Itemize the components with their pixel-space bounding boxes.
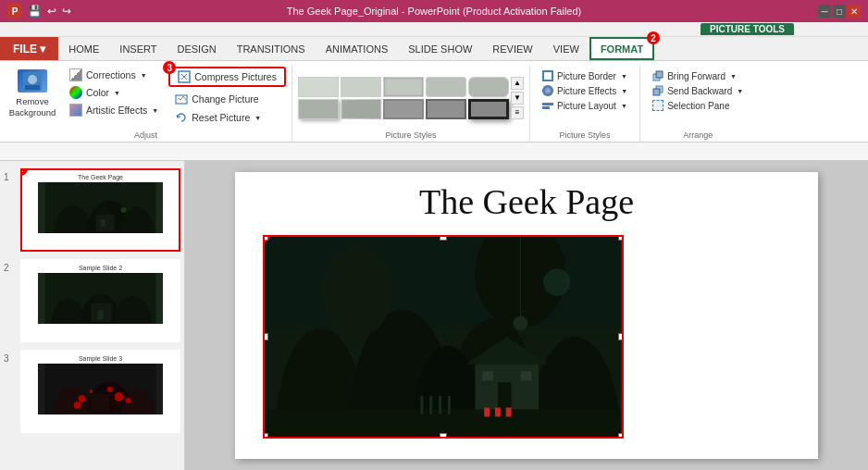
picture-border-button[interactable]: Picture Border ▼ bbox=[538, 68, 632, 83]
remove-bg-label: Remove Background bbox=[9, 96, 56, 118]
svg-point-30 bbox=[115, 392, 124, 402]
slide1-thumb-svg bbox=[38, 182, 163, 233]
picture-layout-button[interactable]: Picture Layout ▼ bbox=[538, 98, 632, 113]
menu-transitions[interactable]: TRANSITIONS bbox=[227, 37, 316, 60]
slide-preview-1[interactable]: 1 The Geek Page bbox=[20, 168, 180, 252]
menu-format[interactable]: FORMAT 2 bbox=[589, 37, 654, 60]
compress-icon bbox=[178, 70, 191, 83]
slide-main-title: The Geek Page bbox=[235, 181, 818, 222]
slide-number-2: 2 bbox=[4, 263, 15, 273]
menu-slideshow[interactable]: SLIDE SHOW bbox=[398, 37, 482, 60]
change-picture-button[interactable]: Change Picture bbox=[168, 91, 286, 107]
slide-preview-2[interactable]: Sample Slide 2 bbox=[20, 259, 180, 342]
close-button[interactable]: ✕ bbox=[848, 5, 861, 18]
svg-rect-6 bbox=[656, 71, 663, 78]
handle-bot-right[interactable] bbox=[618, 433, 624, 439]
handle-top-left[interactable] bbox=[263, 235, 268, 241]
bring-forward-button[interactable]: Bring Forward ▼ bbox=[648, 68, 748, 83]
border-arrow: ▼ bbox=[621, 73, 627, 80]
gallery-scroll-down[interactable]: ▼ bbox=[511, 92, 524, 105]
svg-rect-55 bbox=[448, 396, 451, 414]
slide-thumbnail-2[interactable]: 2 Sample Slide 2 bbox=[4, 259, 180, 342]
adjust-small-buttons: Corrections ▼ Color ▼ Artistic Effects ▼ bbox=[63, 65, 165, 133]
arrange-group: Bring Forward ▼ Send Backward ▼ Selectio… bbox=[640, 65, 755, 142]
style-thumb-6[interactable] bbox=[298, 99, 339, 119]
handle-bot-center[interactable] bbox=[440, 433, 447, 439]
quick-save-icon[interactable]: 💾 ↩ ↪ bbox=[28, 5, 71, 18]
handle-mid-left[interactable] bbox=[263, 333, 268, 340]
style-thumb-9[interactable] bbox=[426, 99, 466, 119]
effects-arrow: ▼ bbox=[621, 88, 627, 94]
artistic-icon bbox=[69, 104, 82, 117]
main-content: 1 1 The Geek Page bbox=[0, 161, 868, 470]
style-thumb-2[interactable] bbox=[341, 77, 381, 97]
style-thumb-7[interactable] bbox=[341, 98, 381, 118]
slide-preview-3[interactable]: Sample Slide 3 bbox=[20, 350, 180, 433]
style-thumbs-grid bbox=[298, 77, 509, 119]
style-thumb-4[interactable] bbox=[426, 77, 466, 97]
menu-file[interactable]: FILE ▾ bbox=[0, 37, 58, 60]
effects-icon bbox=[542, 85, 553, 96]
slide2-thumb-svg bbox=[38, 273, 163, 324]
send-svg bbox=[652, 85, 663, 96]
picture-styles-group: ▲ ▼ ≡ Picture Styles bbox=[292, 65, 530, 142]
menu-animations[interactable]: ANIMATIONS bbox=[316, 37, 399, 60]
menu-view[interactable]: VIEW bbox=[543, 37, 589, 60]
picture-format-group: Picture Border ▼ Picture Effects ▼ Pictu… bbox=[530, 65, 640, 142]
picture-effects-button[interactable]: Picture Effects ▼ bbox=[538, 83, 632, 98]
selection-icon bbox=[652, 100, 663, 111]
remove-background-button[interactable]: Remove Background bbox=[6, 65, 59, 122]
menu-home[interactable]: HOME bbox=[58, 37, 109, 60]
menu-insert[interactable]: INSERT bbox=[109, 37, 167, 60]
style-thumb-1[interactable] bbox=[298, 77, 339, 97]
style-thumb-8[interactable] bbox=[383, 99, 424, 119]
selection-pane-button[interactable]: Selection Pane bbox=[648, 98, 748, 113]
slides-panel: 1 1 The Geek Page bbox=[0, 161, 185, 470]
gallery-scroll-up[interactable]: ▲ bbox=[511, 77, 524, 90]
maximize-button[interactable]: □ bbox=[833, 5, 846, 18]
slide-canvas-area: The Geek Page 1 bbox=[185, 161, 868, 470]
reset-picture-button[interactable]: Reset Picture ▼ bbox=[168, 109, 286, 126]
title-bar: P 💾 ↩ ↪ The Geek Page_Original - PowerPo… bbox=[0, 0, 868, 22]
picture-format-label: Picture Styles bbox=[530, 130, 639, 140]
reset-icon bbox=[175, 111, 188, 124]
compress-pictures-button[interactable]: Compress Pictures 3 bbox=[168, 67, 286, 87]
menu-design[interactable]: DESIGN bbox=[167, 37, 226, 60]
slide-thumbnail-1[interactable]: 1 1 The Geek Page bbox=[4, 168, 180, 252]
svg-rect-56 bbox=[484, 408, 490, 417]
artistic-effects-button[interactable]: Artistic Effects ▼ bbox=[63, 102, 165, 118]
style-thumb-10-selected[interactable] bbox=[468, 99, 509, 119]
selected-picture[interactable]: 1 bbox=[263, 235, 624, 439]
minimize-button[interactable]: ─ bbox=[818, 5, 831, 18]
handle-mid-right[interactable] bbox=[618, 333, 624, 340]
change-picture-label: Change Picture bbox=[192, 93, 258, 105]
style-thumb-3[interactable] bbox=[383, 77, 424, 97]
svg-rect-35 bbox=[92, 394, 110, 411]
slide1-badge: 1 bbox=[20, 168, 28, 176]
svg-point-28 bbox=[79, 395, 86, 402]
style-thumb-5[interactable] bbox=[468, 77, 509, 97]
handle-bot-left[interactable] bbox=[263, 433, 268, 439]
reset-arrow: ▼ bbox=[254, 115, 261, 121]
handle-top-right[interactable] bbox=[618, 235, 624, 241]
corrections-button[interactable]: Corrections ▼ bbox=[63, 67, 165, 83]
gallery-expand[interactable]: ≡ bbox=[511, 106, 524, 119]
svg-point-61 bbox=[514, 315, 528, 330]
color-button[interactable]: Color ▼ bbox=[63, 84, 165, 101]
slide-thumbnail-3[interactable]: 3 Sample Slide 3 bbox=[4, 350, 180, 433]
corrections-icon bbox=[69, 68, 82, 81]
slide3-thumb-svg bbox=[38, 364, 163, 414]
main-forest-svg bbox=[265, 237, 622, 437]
slide3-title: Sample Slide 3 bbox=[22, 352, 179, 364]
slide1-image bbox=[38, 182, 163, 233]
slide2-image bbox=[38, 273, 163, 324]
svg-rect-53 bbox=[429, 396, 432, 414]
menu-review[interactable]: REVIEW bbox=[482, 37, 542, 60]
slide2-title: Sample Slide 2 bbox=[22, 261, 179, 273]
change-svg bbox=[175, 93, 188, 105]
layout-icon bbox=[542, 100, 553, 111]
send-backward-button[interactable]: Send Backward ▼ bbox=[648, 83, 748, 98]
color-icon bbox=[69, 86, 82, 99]
svg-rect-23 bbox=[98, 310, 104, 319]
handle-top-center[interactable] bbox=[440, 235, 447, 241]
